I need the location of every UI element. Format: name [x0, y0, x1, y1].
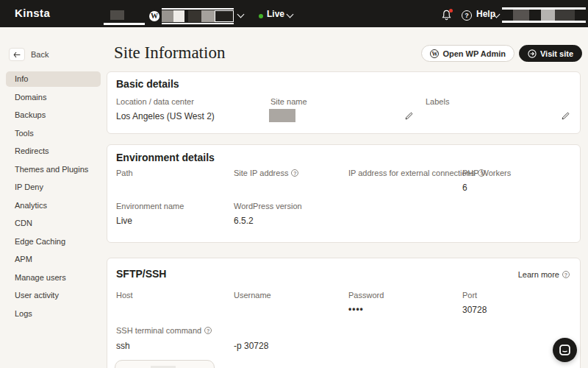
redacted-site-name	[215, 10, 234, 22]
port-value: 30728	[462, 305, 487, 315]
site-selector[interactable]	[162, 8, 234, 24]
edit-labels-button[interactable]	[562, 110, 570, 123]
tooltip-question-icon[interactable]: ?	[291, 169, 298, 177]
basic-details-card: Basic details Location / data center Sit…	[107, 71, 581, 134]
redacted-account-name	[555, 10, 575, 21]
sidebar-item-themes-and-plugins[interactable]: Themes and Plugins	[6, 162, 101, 177]
ssh-command-prefix: ssh	[116, 341, 130, 351]
arrow-circle-icon	[528, 49, 537, 58]
sidebar-item-ip-deny[interactable]: IP Deny	[6, 180, 101, 195]
external-ip-label-text: IP address for external connections	[348, 169, 475, 177]
learn-more-link[interactable]: Learn more ?	[518, 270, 570, 279]
sidebar-item-logs[interactable]: Logs	[6, 306, 101, 322]
redaction-strip	[162, 8, 234, 10]
tooltip-question-icon[interactable]: ?	[204, 327, 212, 334]
sidebar-item-user-activity[interactable]: User activity	[6, 288, 101, 303]
chevron-down-icon[interactable]	[287, 11, 294, 18]
back-label[interactable]: Back	[31, 50, 49, 59]
site-ip-label: Site IP address ?	[234, 169, 298, 177]
basic-details-title: Basic details	[116, 78, 179, 90]
site-name-label: Site name	[270, 97, 307, 106]
sidebar-item-analytics[interactable]: Analytics	[6, 198, 101, 213]
php-workers-label: PHP Workers	[462, 169, 511, 177]
username-label: Username	[234, 291, 271, 300]
location-value: Los Angeles (US West 2)	[116, 111, 215, 121]
open-wp-admin-button[interactable]: W Open WP Admin	[421, 45, 514, 62]
wordpress-version-value: 6.5.2	[234, 216, 254, 226]
visit-site-button[interactable]: Visit site	[519, 45, 582, 62]
pencil-icon	[405, 112, 413, 120]
wordpress-version-label: WordPress version	[234, 202, 302, 210]
sftp-ssh-title: SFTP/SSH	[116, 268, 166, 280]
redacted-breadcrumb	[110, 10, 124, 20]
notification-badge	[449, 9, 453, 13]
help-icon: ?	[462, 10, 472, 21]
kinsta-logo: Kinsta	[15, 7, 50, 19]
sidebar-item-apm[interactable]: APM	[6, 252, 101, 267]
password-label: Password	[348, 291, 384, 300]
learn-more-label: Learn more	[518, 270, 559, 279]
redacted-site-name	[173, 10, 184, 22]
redacted-site-name	[201, 10, 215, 22]
arrow-left-icon	[13, 52, 21, 58]
sidebar-item-redirects[interactable]: Redirects	[6, 144, 101, 159]
environment-selector[interactable]: Live	[267, 9, 284, 19]
host-label: Host	[116, 291, 133, 300]
chat-launcher-button[interactable]	[553, 338, 577, 362]
edit-site-name-button[interactable]	[405, 110, 413, 123]
sidebar-item-cdn[interactable]: CDN	[6, 216, 101, 231]
path-label: Path	[116, 169, 133, 177]
chat-icon	[559, 344, 570, 355]
account-menu-redacted[interactable]	[502, 7, 586, 23]
sidebar-nav: Info Domains Backups Tools Redirects The…	[6, 71, 101, 324]
site-ip-label-text: Site IP address	[234, 169, 288, 177]
ssh-command-port-flag: -p 30728	[234, 341, 268, 351]
ssh-command-label: SSH terminal command ?	[116, 326, 212, 335]
wordpress-icon: W	[149, 11, 159, 21]
page-title: Site Information	[114, 43, 225, 63]
open-wp-admin-label: Open WP Admin	[442, 49, 506, 58]
notifications-button[interactable]	[441, 9, 454, 22]
pencil-icon	[562, 112, 570, 120]
redacted-site-name	[162, 10, 173, 22]
ssh-command-label-text: SSH terminal command	[116, 326, 201, 335]
environment-name-label: Environment name	[116, 202, 184, 210]
visit-site-label: Visit site	[540, 49, 573, 58]
back-button[interactable]	[9, 48, 25, 61]
chevron-down-icon[interactable]	[237, 11, 245, 18]
wordpress-icon: W	[430, 49, 439, 58]
redacted-breadcrumb-underline	[104, 23, 145, 25]
redacted-site-name-value	[269, 109, 295, 122]
ssh-dropdown-partial[interactable]	[115, 360, 215, 368]
labels-label: Labels	[426, 97, 449, 106]
tooltip-question-icon: ?	[562, 271, 570, 278]
top-header-bar: Kinsta W Live ? Help	[0, 0, 588, 27]
redacted-site-name	[188, 10, 201, 22]
sftp-ssh-card: SFTP/SSH Learn more ? Host Username Pass…	[107, 258, 581, 368]
location-label: Location / data center	[116, 97, 194, 106]
sidebar-item-manage-users[interactable]: Manage users	[6, 270, 101, 286]
port-label: Port	[462, 291, 477, 300]
redacted-account-name	[513, 10, 529, 21]
environment-name-value: Live	[116, 216, 132, 226]
sidebar-item-tools[interactable]: Tools	[6, 126, 101, 141]
password-value: ••••	[348, 304, 364, 314]
php-workers-value: 6	[462, 183, 467, 193]
sidebar-item-domains[interactable]: Domains	[6, 90, 101, 105]
redaction-strip	[502, 21, 586, 23]
environment-status-dot	[259, 14, 263, 18]
redacted-account-name	[541, 10, 555, 21]
page-actions: W Open WP Admin Visit site	[421, 45, 582, 62]
environment-details-card: Environment details Path Site IP address…	[107, 144, 581, 243]
sidebar-item-info[interactable]: Info	[6, 71, 101, 87]
sidebar-item-edge-caching[interactable]: Edge Caching	[6, 234, 101, 250]
redaction-strip	[162, 23, 234, 24]
sidebar-item-backups[interactable]: Backups	[6, 107, 101, 123]
environment-details-title: Environment details	[116, 152, 215, 163]
